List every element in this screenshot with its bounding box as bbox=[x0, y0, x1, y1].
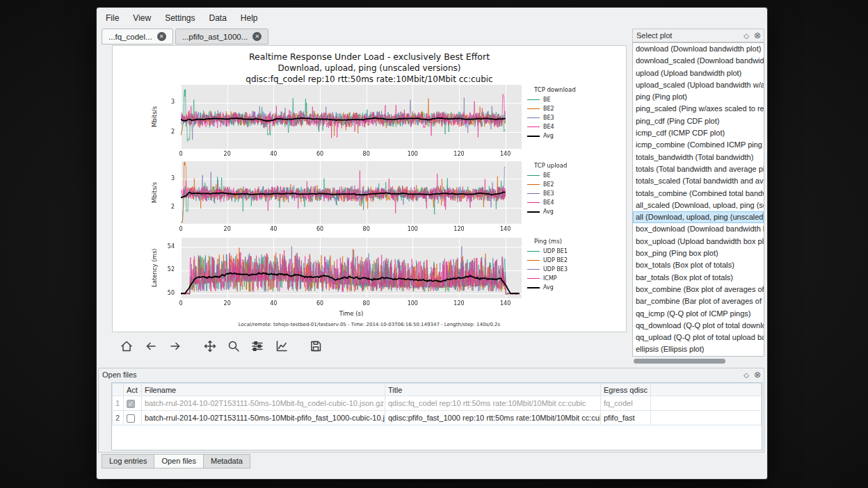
figure-title-line1: Realtime Response Under Load - exclusive… bbox=[113, 51, 626, 62]
menu-file[interactable]: File bbox=[99, 11, 125, 25]
menu-data[interactable]: Data bbox=[203, 11, 233, 25]
corner-header-cell bbox=[113, 384, 124, 396]
plot-item-box_ping[interactable]: box_ping (Ping box plot) bbox=[633, 247, 764, 259]
configure-subplots-icon bbox=[250, 339, 264, 356]
dock-float-icon[interactable]: ◇ bbox=[744, 31, 749, 41]
plot-tab-0[interactable]: ...fq_codel...✕ bbox=[102, 29, 173, 44]
bottom-tab-log-entries[interactable]: Log entries bbox=[102, 454, 154, 469]
menu-bar: FileViewSettingsDataHelp bbox=[99, 10, 264, 26]
forward-button[interactable] bbox=[166, 339, 184, 357]
plot-item-ping_cdf[interactable]: ping_cdf (Ping CDF plot) bbox=[633, 115, 764, 127]
tab-close-icon[interactable]: ✕ bbox=[252, 32, 262, 41]
plot-item-all[interactable]: all (Download, upload, ping (unscaled ve… bbox=[633, 211, 764, 223]
plot-item-ping_scaled[interactable]: ping_scaled (Ping w/axes scaled to remov… bbox=[633, 103, 764, 115]
legend-title: TCP download bbox=[534, 86, 576, 93]
legend-entry-label: Avg bbox=[543, 284, 554, 291]
dock-float-icon[interactable]: ◇ bbox=[744, 370, 749, 380]
filler-cell bbox=[651, 396, 762, 411]
bottom-tab-bar: Log entriesOpen filesMetadata bbox=[102, 454, 250, 469]
edit-axes-button[interactable] bbox=[273, 339, 291, 357]
back-button[interactable] bbox=[142, 339, 160, 357]
plot-item-icmp_cdf[interactable]: icmp_cdf (ICMP CDF plot) bbox=[633, 127, 764, 139]
plot-item-ellipsis[interactable]: ellipsis (Ellipsis plot) bbox=[633, 343, 764, 355]
desktop: { "glyphs": { "tab_close": "✕", "dock_fl… bbox=[0, 0, 868, 488]
column-header-act[interactable]: Act bbox=[124, 384, 142, 396]
legend-entry-label: BE4 bbox=[543, 124, 554, 130]
y-tick-label: 50 bbox=[160, 290, 178, 296]
legend-line-sample bbox=[527, 278, 540, 279]
file-active-checkbox[interactable]: ✓ bbox=[127, 400, 135, 408]
column-header-filename[interactable]: Filename bbox=[142, 384, 385, 396]
x-tick-label: 140 bbox=[497, 151, 514, 157]
y-tick-label: 3 bbox=[160, 175, 178, 181]
file-row-2[interactable]: 2batch-rrul-2014-10-02T153111-50ms-10Mbi… bbox=[113, 411, 762, 425]
plot-item-box_combine[interactable]: box_combine (Box plot of averages of sev… bbox=[633, 284, 764, 295]
title-cell: qdisc:fq_codel rep:10 rtt:50ms rate:10Mb… bbox=[385, 396, 601, 411]
y-tick-label: 2 bbox=[160, 204, 178, 210]
plot-list-hscrollbar bbox=[632, 357, 764, 365]
plot-item-ping[interactable]: ping (Ping plot) bbox=[633, 91, 764, 103]
legend-entry: BE4 bbox=[527, 122, 576, 131]
plot-item-totals_scaled[interactable]: totals_scaled (Total bandwidth and avera… bbox=[633, 175, 764, 187]
dock-close-icon[interactable]: ⊗ bbox=[754, 31, 761, 41]
configure-subplots-button[interactable] bbox=[248, 339, 266, 357]
plot-item-qq_download[interactable]: qq_download (Q-Q plot of total download … bbox=[633, 320, 764, 332]
column-header-title[interactable]: Title bbox=[385, 384, 601, 396]
plot-item-totals[interactable]: totals (Total bandwidth and average ping… bbox=[633, 163, 764, 175]
plot-item-totals_bandwidth[interactable]: totals_bandwidth (Total bandwidth) bbox=[633, 152, 764, 163]
plot-item-icmp_combine[interactable]: icmp_combine (Combined ICMP ping plot) bbox=[633, 139, 764, 151]
legend-line-sample bbox=[527, 211, 540, 213]
ping-plot-canvas[interactable] bbox=[181, 238, 522, 298]
bottom-tab-metadata[interactable]: Metadata bbox=[203, 454, 250, 469]
plot-item-totals_combine[interactable]: totals_combine (Combined total bandwidth… bbox=[633, 188, 764, 200]
plot-item-bar_totals[interactable]: bar_totals (Box plot of totals) bbox=[633, 272, 764, 284]
legend-title: TCP upload bbox=[534, 162, 567, 169]
legend-entry: BE bbox=[527, 95, 576, 104]
zoom-button[interactable] bbox=[225, 339, 243, 357]
menu-settings[interactable]: Settings bbox=[159, 11, 201, 25]
legend-entry: BE2 bbox=[527, 180, 567, 189]
x-tick-label: 120 bbox=[451, 151, 467, 157]
column-header-egress-qdisc[interactable]: Egress qdisc bbox=[601, 384, 651, 396]
menu-view[interactable]: View bbox=[127, 11, 157, 25]
plot-item-upload[interactable]: upload (Upload bandwidth plot) bbox=[633, 67, 764, 79]
x-tick-label: 100 bbox=[404, 226, 421, 232]
plot-item-box_totals[interactable]: box_totals (Box plot of totals) bbox=[633, 259, 764, 271]
home-button[interactable] bbox=[118, 339, 136, 357]
plot-item-box_upload[interactable]: box_upload (Upload bandwidth box plot) bbox=[633, 236, 764, 247]
pan-button[interactable] bbox=[201, 339, 219, 357]
home-icon bbox=[120, 339, 134, 356]
file-row-1[interactable]: 1✓batch-rrul-2014-10-02T153111-50ms-10Mb… bbox=[113, 396, 762, 411]
plot-item-download[interactable]: download (Download bandwidth plot) bbox=[633, 43, 764, 55]
hscrollbar-thumb[interactable] bbox=[634, 359, 725, 364]
tcp-upload-plot-canvas[interactable] bbox=[181, 161, 522, 224]
x-tick-label: 140 bbox=[497, 226, 514, 232]
x-tick-label: 140 bbox=[497, 300, 514, 307]
back-icon bbox=[144, 339, 158, 356]
plot-item-download_scaled[interactable]: download_scaled (Download bandwidth w/ax… bbox=[633, 55, 764, 67]
tab-close-icon[interactable]: ✕ bbox=[157, 32, 166, 41]
legend-entry: Avg bbox=[527, 283, 568, 292]
plot-item-bar_combine[interactable]: bar_combine (Bar plot of averages of sev… bbox=[633, 295, 764, 307]
x-tick-label: 20 bbox=[219, 151, 236, 157]
dock-close-icon[interactable]: ⊗ bbox=[754, 370, 761, 380]
row-number: 1 bbox=[113, 396, 124, 411]
plot-item-qq_upload[interactable]: qq_upload (Q-Q plot of total upload band… bbox=[633, 332, 764, 343]
tcp-download-plot-canvas[interactable] bbox=[181, 85, 522, 149]
menu-help[interactable]: Help bbox=[234, 11, 264, 25]
plot-item-all_scaled[interactable]: all_scaled (Download, upload, ping (scal… bbox=[633, 200, 764, 211]
file-active-checkbox[interactable] bbox=[127, 414, 135, 423]
x-tick-label: 40 bbox=[265, 226, 282, 232]
plot-type-list: download (Download bandwidth plot)downlo… bbox=[632, 42, 764, 357]
plot-tab-1[interactable]: ...pfifo_ast_1000...✕ bbox=[175, 29, 269, 44]
open-files-table-wrap: ActFilenameTitleEgress qdisc 1✓batch-rru… bbox=[111, 382, 762, 450]
app-window: FileViewSettingsDataHelp ...fq_codel...✕… bbox=[96, 7, 768, 480]
plot-item-qq_icmp[interactable]: qq_icmp (Q-Q plot of ICMP pings) bbox=[633, 308, 764, 320]
plot-item-upload_scaled[interactable]: upload_scaled (Upload bandwidth w/axes s… bbox=[633, 79, 764, 91]
legend-entry-label: ICMP bbox=[543, 275, 557, 282]
plot-item-box_download[interactable]: box_download (Download bandwidth box plo… bbox=[633, 223, 764, 235]
legend-entry-label: Avg bbox=[543, 133, 554, 139]
bottom-tab-open-files[interactable]: Open files bbox=[154, 454, 204, 469]
x-tick-label: 80 bbox=[358, 226, 375, 232]
save-button[interactable] bbox=[307, 339, 325, 357]
